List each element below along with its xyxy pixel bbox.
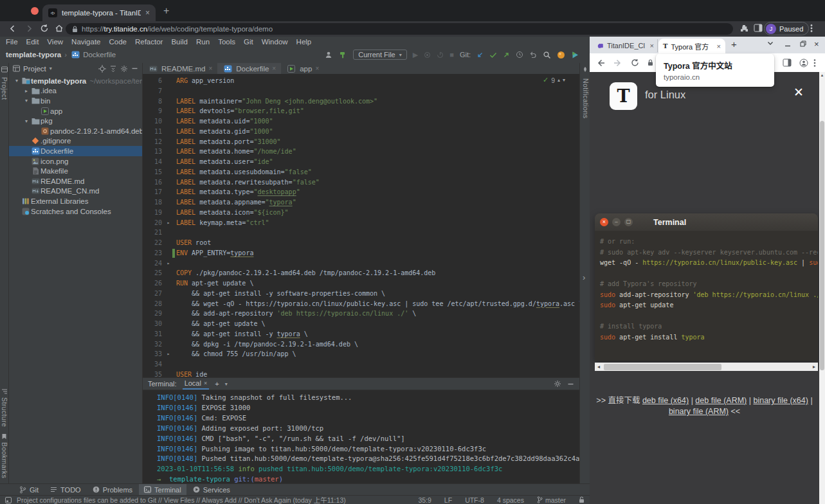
hscroll-left-icon[interactable]: ◂	[595, 364, 603, 370]
collapse-all-icon[interactable]	[109, 65, 117, 73]
caret-position[interactable]: 35:9	[418, 496, 431, 504]
editor[interactable]: 6ARG app_version78LABEL maintainer="John…	[143, 74, 579, 378]
tool-tab-problems[interactable]: Problems	[87, 484, 138, 495]
tree-item-scratches-and-consoles[interactable]: Scratches and Consoles	[9, 206, 142, 217]
tree-item-icon-png[interactable]: icon.png	[9, 156, 142, 166]
mini-tab-titanide[interactable]: TitanIDE_Cl ×	[594, 39, 658, 52]
profile-paused-pill[interactable]: J Paused	[764, 22, 809, 35]
tree-item-makefile[interactable]: Makefile	[9, 166, 142, 176]
editor-tab-close-icon[interactable]: ×	[315, 65, 319, 72]
terminal-options-icon[interactable]: ▾	[225, 381, 228, 387]
page-close-icon[interactable]: ✕	[793, 85, 804, 100]
mini-minimize-icon[interactable]	[784, 40, 791, 47]
right-strip-notifications-label[interactable]: Notifications	[582, 78, 590, 118]
home-icon[interactable]	[55, 24, 64, 33]
project-dropdown-icon[interactable]: ▾	[50, 66, 52, 71]
tree-item-pkg[interactable]: ▾pkg	[9, 116, 142, 126]
editor-tab-readme-md[interactable]: README.md×	[143, 63, 217, 74]
reload-icon[interactable]	[40, 24, 49, 33]
collapse-arrow-icon[interactable]: ▾	[23, 118, 30, 124]
expand-arrow-icon[interactable]: ▸	[23, 88, 30, 94]
terminal-settings-icon[interactable]	[554, 380, 561, 388]
readonly-lock-icon[interactable]	[579, 496, 585, 503]
menu-run[interactable]: Run	[196, 38, 210, 46]
new-terminal-icon[interactable]: +	[215, 380, 219, 388]
collapse-arrow-icon[interactable]: ▾	[13, 78, 21, 84]
next-problem-icon[interactable]: ▾	[563, 77, 565, 83]
breadcrumb-file[interactable]: Dockerfile	[70, 51, 116, 59]
back-icon[interactable]	[8, 24, 17, 33]
new-tab-button[interactable]: +	[163, 5, 169, 17]
editor-tab-close-icon[interactable]: ×	[272, 65, 276, 72]
terminal-tab-close-icon[interactable]: ×	[204, 380, 207, 386]
run-config-select[interactable]: Current File▾	[353, 50, 406, 60]
address-bar[interactable]: https://try.titanide.cn/ide/web/coding/t…	[66, 23, 733, 35]
search-icon[interactable]	[543, 51, 551, 59]
collapse-arrow-icon[interactable]: ▾	[23, 98, 30, 104]
menu-tools[interactable]: Tools	[218, 38, 235, 46]
mini-profile-icon[interactable]	[799, 59, 808, 68]
download-link-deb-file-x64[interactable]: deb file (x64)	[642, 396, 689, 405]
menu-edit[interactable]: Edit	[26, 38, 39, 46]
page-scrollbar[interactable]: ▲	[819, 72, 825, 504]
forward-icon[interactable]	[24, 24, 34, 33]
toolwindow-switcher-icon[interactable]	[5, 497, 12, 503]
left-strip-project-label[interactable]: Project	[1, 77, 8, 100]
editor-tab-dockerfile[interactable]: Dockerfile×	[217, 63, 281, 74]
stop-icon[interactable]: ■	[449, 51, 454, 59]
terminal-output[interactable]: INFO[0140] Taking snapshot of full files…	[143, 390, 579, 483]
menu-window[interactable]: Window	[262, 38, 288, 46]
file-encoding[interactable]: UTF-8	[465, 496, 484, 504]
browser-menu-icon[interactable]	[810, 24, 813, 33]
locate-file-icon[interactable]	[98, 65, 106, 73]
mini-restore-icon[interactable]	[800, 40, 806, 47]
mini-close-icon[interactable]: ×	[814, 39, 819, 49]
terminal-tab-local[interactable]: Local×	[183, 378, 210, 390]
git-commit-icon[interactable]	[489, 51, 497, 59]
bookmarks-tool-icon[interactable]	[1, 433, 7, 440]
coverage-icon[interactable]	[437, 51, 444, 59]
menu-navigate[interactable]: Navigate	[71, 38, 100, 46]
mini-tab-close-icon[interactable]: ×	[717, 42, 721, 50]
ubuntu-close-button[interactable]: ×	[600, 218, 608, 226]
tree-item-template-typora[interactable]: ▾template-typora~/workspace/templa	[9, 76, 142, 86]
hscroll-thumb[interactable]	[604, 364, 721, 370]
extensions-icon[interactable]	[739, 24, 748, 33]
menu-git[interactable]: Git	[244, 38, 253, 46]
tree-item-gitignore[interactable]: .gitignore	[9, 136, 142, 147]
tree-item-readme-md[interactable]: README.md	[9, 176, 142, 186]
tree-item-readme-cn-md[interactable]: README_CN.md	[9, 186, 142, 197]
menu-view[interactable]: View	[47, 38, 63, 46]
left-strip-bookmarks-label[interactable]: Bookmarks	[1, 442, 8, 478]
mini-forward-icon[interactable]	[613, 59, 622, 68]
fold-marker-icon[interactable]: ▸	[165, 258, 172, 269]
mini-side-panel-icon[interactable]	[783, 59, 792, 67]
project-panel-title[interactable]: Project	[23, 65, 46, 73]
mini-tab-close-icon[interactable]: ×	[650, 42, 654, 50]
hide-panel-icon[interactable]	[131, 65, 138, 72]
download-link-binary-file-x64[interactable]: binary file (x64)	[753, 396, 808, 405]
assistant-icon[interactable]	[582, 66, 588, 73]
git-branch[interactable]: master	[537, 496, 566, 504]
editor-tab-close-icon[interactable]: ×	[208, 65, 212, 72]
history-icon[interactable]	[516, 51, 523, 59]
line-separator[interactable]: LF	[444, 496, 452, 504]
structure-tool-icon[interactable]	[1, 388, 8, 395]
tool-tab-terminal[interactable]: Terminal	[139, 484, 186, 495]
status-message[interactable]: Project configurations files can be adde…	[17, 495, 346, 504]
indent-style[interactable]: 4 spaces	[497, 496, 524, 504]
menu-code[interactable]: Code	[109, 38, 127, 46]
scroll-thumb[interactable]	[820, 121, 824, 370]
editor-tab-app[interactable]: app×	[281, 63, 324, 74]
profile-run-icon[interactable]	[424, 51, 431, 59]
macos-close-button[interactable]	[31, 7, 39, 15]
side-panel-icon[interactable]	[754, 24, 763, 32]
inspection-widget[interactable]: ✓ 9 ▴ ▾	[543, 76, 565, 84]
run-icon[interactable]: ▶	[413, 51, 418, 59]
menu-file[interactable]: File	[6, 38, 18, 46]
rollback-icon[interactable]	[529, 51, 537, 59]
ubuntu-maximize-button[interactable]: ▢	[624, 218, 633, 226]
tool-tab-todo[interactable]: TODO	[45, 484, 86, 495]
fold-marker-icon[interactable]: ▸	[165, 218, 172, 228]
expand-panel-chevron-icon[interactable]: ›	[583, 273, 585, 282]
